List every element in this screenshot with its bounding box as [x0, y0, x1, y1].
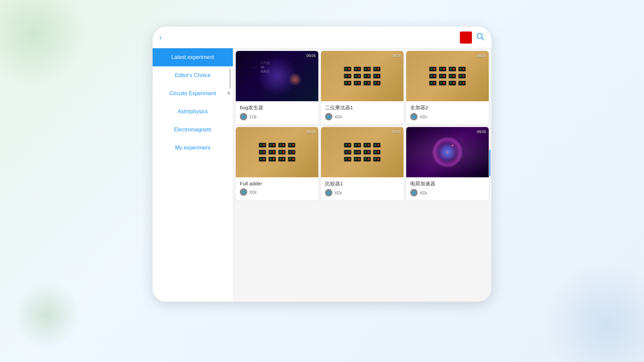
author-avatar: 🌐	[325, 113, 332, 120]
main-content: Latest experimentEditor's ChoiceCircuits…	[153, 48, 491, 302]
experiment-card[interactable]: 09/26 二位乘法器1 🌐 XDr.	[321, 51, 404, 124]
sidebar-scrollbar-dot	[227, 92, 230, 95]
top-bar-actions	[460, 32, 485, 44]
card-author: 🌐 118	[240, 113, 314, 120]
card-title: 全加器2	[410, 105, 485, 111]
card-title: Full adder	[240, 181, 314, 186]
top-bar: ‹	[153, 27, 491, 48]
author-name: XDr.	[334, 190, 343, 195]
sidebar-item-latest[interactable]: Latest experiment	[153, 48, 233, 66]
card-thumbnail: 09/26	[406, 127, 489, 177]
content-area[interactable]: 大气层MB核聚变 • • • 09/26 bug发生器 🌐 118	[233, 48, 491, 302]
card-thumbnail: 09/26	[321, 51, 404, 101]
sidebar-item-astro[interactable]: Astrophysics	[153, 103, 233, 121]
sidebar-footer	[153, 291, 233, 302]
card-author: 🌐 XDr.	[410, 189, 485, 196]
author-name: XDr.	[334, 114, 343, 119]
sidebar-scrollbar	[229, 68, 231, 88]
card-title: 电荷加速器	[410, 181, 485, 187]
search-button[interactable]	[476, 32, 485, 43]
card-title: 比较器1	[325, 181, 399, 187]
card-body: 全加器2 🌐 XDr.	[406, 101, 489, 124]
author-avatar: 🌐	[410, 113, 418, 120]
card-thumbnail: 09/26	[321, 127, 404, 177]
experiment-card[interactable]: 09/26 比较器1 🌐 XDr.	[321, 127, 404, 200]
sidebar-item-my[interactable]: My experiment	[153, 139, 233, 157]
card-body: 二位乘法器1 🌐 XDr.	[321, 101, 404, 124]
back-chevron-icon: ‹	[159, 33, 162, 42]
author-name: XDr.	[249, 190, 258, 195]
sidebar-item-editors[interactable]: Editor's Choice	[153, 66, 233, 84]
card-thumbnail: 大气层MB核聚变 • • • 09/26	[236, 51, 318, 101]
card-author: 🌐 XDr.	[325, 113, 399, 120]
content-scrollbar	[489, 149, 490, 176]
card-title: bug发生器	[240, 105, 314, 111]
experiment-card[interactable]: 09/26 电荷加速器 🌐 XDr.	[406, 127, 489, 200]
author-avatar: 🌐	[325, 189, 332, 196]
card-date: 09/26	[477, 130, 486, 134]
card-thumbnail: 09/26	[406, 51, 489, 101]
card-title: 二位乘法器1	[325, 105, 399, 111]
bg-blob-br	[543, 261, 644, 362]
card-date: 09/26	[306, 130, 316, 134]
author-avatar: 🌐	[240, 188, 247, 196]
card-date: 09/26	[391, 54, 401, 58]
card-body: Full adder 🌐 XDr.	[236, 177, 318, 200]
flag-icon[interactable]	[460, 32, 472, 44]
sidebar-item-circuits[interactable]: Circuits Experiment	[153, 84, 233, 103]
card-date: 09/26	[477, 54, 486, 58]
card-body: 电荷加速器 🌐 XDr.	[406, 177, 489, 200]
author-name: XDr.	[420, 190, 428, 195]
author-avatar: 🌐	[240, 113, 247, 120]
experiment-card[interactable]: 09/26 全加器2 🌐 XDr.	[406, 51, 489, 124]
svg-line-1	[482, 38, 484, 40]
card-date: 09/26	[391, 130, 401, 134]
experiment-card[interactable]: 09/26 Full adder 🌐 XDr.	[236, 127, 318, 200]
sidebar-item-electro[interactable]: Electromagnets	[153, 121, 233, 139]
card-author: 🌐 XDr.	[410, 113, 485, 120]
experiment-grid: 大气层MB核聚变 • • • 09/26 bug发生器 🌐 118	[236, 51, 489, 200]
back-button[interactable]: ‹	[159, 33, 164, 42]
card-author: 🌐 XDr.	[240, 188, 314, 196]
card-author: 🌐 XDr.	[325, 189, 399, 196]
author-avatar: 🌐	[410, 189, 418, 196]
card-thumbnail: 09/26	[236, 127, 318, 177]
card-date: 09/26	[306, 54, 316, 58]
author-name: 118	[249, 114, 257, 119]
card-body: 比较器1 🌐 XDr.	[321, 177, 404, 200]
device-frame: ‹ Latest experimentEditor's ChoiceCircui…	[153, 27, 491, 302]
author-name: XDr.	[420, 114, 428, 119]
card-body: bug发生器 🌐 118	[236, 101, 318, 124]
bg-blob-bl	[13, 282, 80, 349]
experiment-card[interactable]: 大气层MB核聚变 • • • 09/26 bug发生器 🌐 118	[236, 51, 318, 124]
bg-blob-tl	[0, 0, 87, 87]
sidebar: Latest experimentEditor's ChoiceCircuits…	[153, 48, 233, 302]
